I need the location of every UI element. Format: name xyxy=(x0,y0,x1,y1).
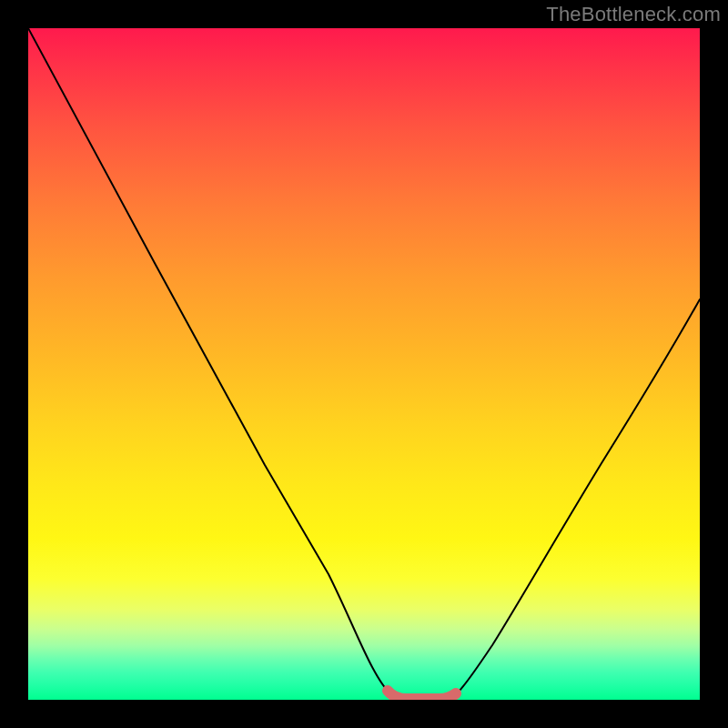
optimal-range-highlight xyxy=(388,691,456,699)
watermark-text: TheBottleneck.com xyxy=(546,3,721,26)
chart-svg xyxy=(28,28,700,700)
plot-area xyxy=(28,28,700,700)
bottleneck-curve xyxy=(28,28,700,699)
outer-frame: TheBottleneck.com xyxy=(0,0,728,728)
